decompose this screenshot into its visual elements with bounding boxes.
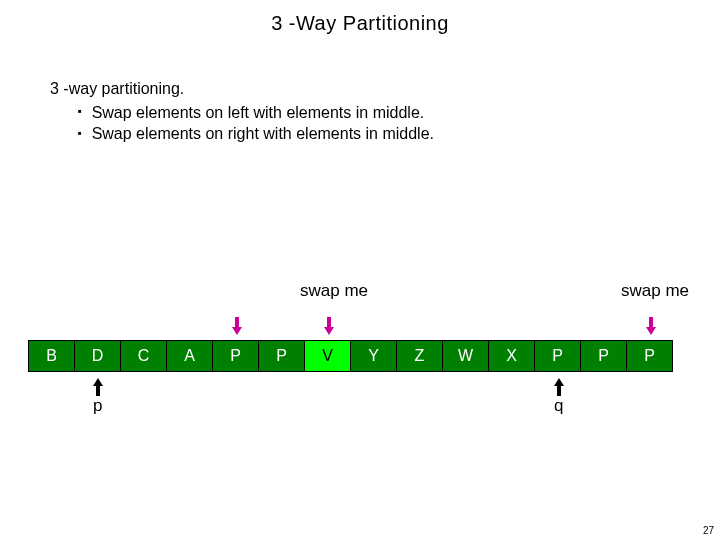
array-cell: Z bbox=[396, 340, 443, 372]
array-cell: P bbox=[212, 340, 259, 372]
bullet-list: Swap elements on left with elements in m… bbox=[50, 102, 434, 145]
arrow-down-icon bbox=[232, 317, 242, 335]
arrow-down-icon bbox=[324, 317, 334, 335]
page-number: 27 bbox=[703, 525, 714, 536]
array-strip: B D C A P P V Y Z W X P P P bbox=[28, 340, 672, 372]
body-heading: 3 -way partitioning. bbox=[50, 78, 434, 100]
slide-title: 3 -Way Partitioning bbox=[0, 0, 720, 35]
array-cell: P bbox=[258, 340, 305, 372]
slide: 3 -Way Partitioning 3 -way partitioning.… bbox=[0, 0, 720, 540]
array-cell-highlight: V bbox=[304, 340, 351, 372]
array-cell: P bbox=[534, 340, 581, 372]
array-cell: B bbox=[28, 340, 75, 372]
body-text: 3 -way partitioning. Swap elements on le… bbox=[50, 78, 434, 145]
arrow-up-icon bbox=[93, 378, 103, 396]
array-cell: P bbox=[580, 340, 627, 372]
swap-label-left: swap me bbox=[300, 281, 368, 301]
array-cell: W bbox=[442, 340, 489, 372]
array-cell: D bbox=[74, 340, 121, 372]
array-cell: Y bbox=[350, 340, 397, 372]
pointer-q-label: q bbox=[554, 396, 563, 416]
swap-label-right: swap me bbox=[621, 281, 689, 301]
bullet-item: Swap elements on right with elements in … bbox=[78, 123, 434, 145]
array-cell: X bbox=[488, 340, 535, 372]
pointer-p-label: p bbox=[93, 396, 102, 416]
array-cell: A bbox=[166, 340, 213, 372]
arrow-up-icon bbox=[554, 378, 564, 396]
array-cell: C bbox=[120, 340, 167, 372]
array-cell: P bbox=[626, 340, 673, 372]
arrow-down-icon bbox=[646, 317, 656, 335]
bullet-item: Swap elements on left with elements in m… bbox=[78, 102, 434, 124]
